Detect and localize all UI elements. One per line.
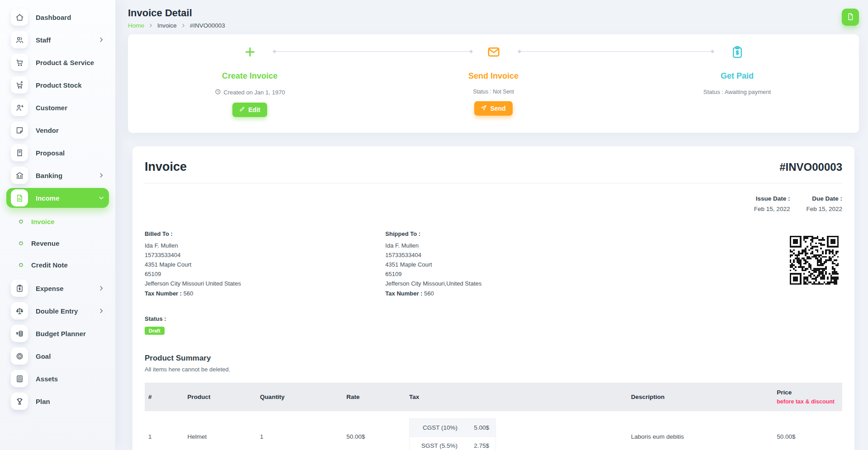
chevron-right-icon — [148, 23, 153, 28]
sidebar-item-label: Goal — [36, 352, 51, 360]
trophy-icon — [11, 393, 28, 410]
chevron-right-icon — [181, 23, 186, 28]
user-plus-icon — [11, 99, 28, 116]
sidebar-item-customer[interactable]: Customer — [6, 98, 109, 117]
sidebar-item-label: Vendor — [36, 127, 59, 134]
breadcrumb-invoice-link[interactable]: Invoice — [157, 22, 177, 29]
sidebar-item-product-service[interactable]: Product & Service — [6, 52, 109, 72]
sidebar-item-goal[interactable]: Goal — [6, 346, 109, 366]
bank-icon — [11, 167, 28, 184]
table-row: 1 Helmet 1 50.00$ CGST (10%) 5.00$ SGST … — [145, 411, 842, 450]
paper-plane-icon — [481, 105, 487, 112]
duplicate-invoice-button[interactable] — [842, 9, 859, 26]
status-badge: Draft — [145, 327, 165, 335]
pencil-icon — [239, 106, 245, 113]
sidebar-subitem-credit-note[interactable]: Credit Note — [0, 254, 109, 276]
billed-to-block: Billed To : Ida F. Mullen 15733533404 43… — [145, 230, 385, 298]
sidebar-item-label: Dashboard — [36, 14, 71, 21]
step-status: Status : Not Sent — [473, 89, 514, 95]
tax-breakdown: CGST (10%) 5.00$ SGST (5.5%) 2.75$ — [409, 418, 496, 450]
sidebar-item-label: Staff — [36, 36, 51, 44]
chevron-right-icon — [98, 285, 104, 291]
cart-icon — [11, 54, 28, 71]
sidebar-item-label: Budget Planner — [36, 330, 86, 338]
sidebar-item-vendor[interactable]: Vendor — [6, 120, 109, 140]
income-file-icon — [11, 189, 28, 206]
sidebar-item-double-entry[interactable]: Double Entry — [6, 301, 109, 321]
users-icon — [11, 31, 28, 48]
step-send-invoice: Send Invoice Status : Not Sent Send — [372, 34, 615, 133]
sidebar-item-expense[interactable]: Expense — [6, 278, 109, 298]
sidebar-item-budget-planner[interactable]: Budget Planner — [6, 323, 109, 343]
bullet-icon — [19, 240, 24, 246]
expense-clipboard-icon — [11, 280, 28, 297]
sidebar-item-label: Banking — [36, 172, 62, 179]
step-title: Get Paid — [721, 71, 754, 81]
product-summary-block: Product Summary All items here cannot be… — [145, 354, 842, 373]
step-status: Status : Awaiting payment — [703, 89, 771, 95]
cart-plus-icon — [11, 76, 28, 94]
bullet-icon — [19, 219, 24, 224]
shipped-to-block: Shipped To : Ida F. Mullen 15733533404 4… — [385, 230, 626, 298]
breadcrumb-current: #INVO00003 — [190, 22, 225, 29]
price-note: before tax & discount — [777, 398, 839, 405]
main-content: Invoice Detail Home Invoice #INVO00003 C… — [115, 0, 868, 450]
sidebar-item-label: Income — [36, 194, 60, 202]
sidebar-item-label: Product & Service — [36, 59, 94, 66]
step-connector — [274, 51, 472, 52]
invoice-status-block: Status : Draft — [145, 315, 842, 335]
bullet-icon — [19, 262, 24, 267]
due-date-block: Due Date : Feb 15, 2022 — [806, 195, 842, 212]
invoice-detail-card: Invoice #INVO00003 Issue Date : Feb 15, … — [132, 146, 854, 450]
issue-date-value: Feb 15, 2022 — [754, 206, 790, 212]
send-invoice-button[interactable]: Send — [474, 101, 512, 116]
product-table: # Product Quantity Rate Tax Description … — [145, 383, 842, 450]
sidebar-item-label: Plan — [36, 398, 50, 405]
step-get-paid: Get Paid Status : Awaiting payment — [615, 34, 859, 133]
sidebar-item-label: Proposal — [36, 149, 65, 157]
sidebar-item-label: Expense — [36, 285, 64, 292]
divider — [145, 183, 842, 183]
qr-code — [786, 232, 842, 288]
sidebar-item-product-stock[interactable]: Product Stock — [6, 75, 109, 95]
home-icon — [11, 9, 28, 26]
sidebar-subitem-invoice[interactable]: Invoice — [0, 211, 109, 232]
sidebar-item-income[interactable]: Income — [6, 188, 109, 208]
sidebar-item-label: Customer — [36, 104, 67, 112]
sidebar-subitem-label: Invoice — [31, 218, 55, 225]
chevron-right-icon — [98, 37, 104, 43]
table-header-row: # Product Quantity Rate Tax Description … — [145, 383, 842, 411]
breadcrumb: Home Invoice #INVO00003 — [128, 22, 225, 29]
step-connector — [519, 51, 713, 52]
payment-clipboard-icon — [731, 45, 744, 59]
chevron-down-icon — [98, 195, 104, 201]
sidebar-item-plan[interactable]: Plan — [6, 391, 109, 411]
sidebar-item-banking[interactable]: Banking — [6, 165, 109, 185]
sidebar-nav: DashboardStaffProduct & ServiceProduct S… — [0, 7, 115, 411]
chevron-right-icon — [98, 172, 104, 178]
step-status: Created on Jan 1, 1970 — [215, 89, 285, 96]
invoice-progress-card: Create Invoice Created on Jan 1, 1970 Ed… — [128, 34, 859, 133]
sidebar-subitem-label: Credit Note — [31, 261, 68, 269]
sidebar-subitem-revenue[interactable]: Revenue — [0, 232, 109, 254]
sidebar-item-label: Product Stock — [36, 81, 82, 89]
sidebar: DashboardStaffProduct & ServiceProduct S… — [0, 0, 115, 450]
invoice-title: Invoice — [145, 160, 187, 174]
step-title: Create Invoice — [222, 71, 278, 81]
budget-coins-icon — [11, 325, 28, 342]
sidebar-item-proposal[interactable]: Proposal — [6, 143, 109, 163]
invoice-number: #INVO00003 — [779, 161, 842, 173]
clock-icon — [215, 89, 221, 96]
page-title: Invoice Detail — [128, 7, 225, 19]
edit-invoice-button[interactable]: Edit — [232, 103, 267, 117]
mail-icon — [487, 45, 500, 59]
sidebar-item-assets[interactable]: Assets — [6, 369, 109, 389]
step-create-invoice: Create Invoice Created on Jan 1, 1970 Ed… — [128, 34, 372, 133]
chevron-right-icon — [98, 308, 104, 314]
sidebar-item-dashboard[interactable]: Dashboard — [6, 7, 109, 27]
sidebar-item-staff[interactable]: Staff — [6, 30, 109, 50]
due-date-value: Feb 15, 2022 — [806, 206, 842, 212]
sidebar-item-label: Assets — [36, 375, 58, 383]
breadcrumb-home-link[interactable]: Home — [128, 22, 144, 29]
issue-date-block: Issue Date : Feb 15, 2022 — [754, 195, 790, 212]
